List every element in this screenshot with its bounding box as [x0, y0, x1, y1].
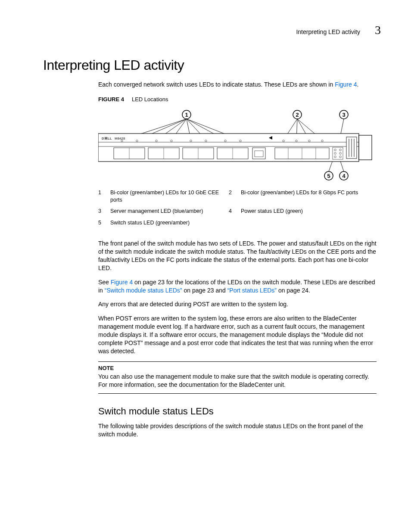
- callout-1: 1: [185, 111, 188, 118]
- svg-point-61: [283, 140, 284, 141]
- section-heading: Switch module status LEDs: [98, 405, 377, 418]
- legend-num: 1: [98, 189, 110, 208]
- device-model: M8428: [115, 137, 125, 140]
- figure-label: FIGURE 4: [98, 96, 124, 103]
- svg-point-51: [334, 156, 336, 158]
- legend-num: 3: [98, 208, 110, 219]
- legend-num: 5: [98, 219, 110, 231]
- callout-3: 3: [342, 111, 345, 118]
- figure-4: 1 2 3 4 5: [98, 108, 377, 183]
- svg-point-52: [339, 156, 342, 158]
- legend-num: 2: [229, 189, 241, 208]
- led-locations-diagram: 1 2 3 4 5: [98, 108, 374, 183]
- intro-text-before: Each converged network switch uses LEDs …: [98, 81, 335, 88]
- legend-text: Power status LED (green): [241, 208, 377, 219]
- intro-text-after: .: [357, 81, 359, 88]
- figure-caption-text: LED Locations: [132, 96, 168, 103]
- legend-text: Server management LED (blue/amber): [110, 208, 229, 219]
- table-row: 1 Bi-color (green/amber) LEDs for 10 GbE…: [98, 189, 377, 208]
- paragraph-2: See Figure 4 on page 23 for the location…: [98, 278, 377, 295]
- legend-text: Bi-color (green/amber) LEDs for 10 GbE C…: [110, 189, 229, 208]
- callout-2: 2: [296, 111, 299, 118]
- running-header: Interpreting LED activity 3: [296, 24, 381, 36]
- svg-rect-34: [359, 135, 372, 160]
- p2-t4: on page 24.: [277, 287, 310, 294]
- svg-point-64: [321, 140, 323, 141]
- note-text: You can also use the management module t…: [98, 373, 377, 389]
- page-title: Interpreting LED activity: [43, 56, 377, 75]
- svg-point-63: [308, 140, 310, 141]
- svg-point-54: [136, 140, 138, 141]
- chapter-number: 3: [375, 24, 381, 36]
- svg-rect-43: [255, 151, 263, 157]
- svg-point-48: [339, 149, 342, 151]
- table-row: 3 Server management LED (blue/amber) 4 P…: [98, 208, 377, 219]
- intro-paragraph: Each converged network switch uses LEDs …: [98, 81, 377, 89]
- svg-point-55: [156, 140, 157, 141]
- figure-caption: FIGURE 4LED Locations: [98, 96, 377, 103]
- table-row: 5 Switch status LED (green/amber): [98, 219, 377, 231]
- body: Each converged network switch uses LEDs …: [98, 81, 377, 438]
- legend-text: Switch status LED (green/amber): [110, 219, 229, 231]
- svg-point-53: [121, 140, 123, 141]
- svg-text:D⌘LL: D⌘LL: [102, 137, 112, 140]
- svg-point-57: [190, 140, 192, 141]
- port-status-leds-link[interactable]: “Port status LEDs”: [227, 287, 277, 294]
- switch-module-status-leds-link[interactable]: “Switch module status LEDs”: [105, 287, 182, 294]
- p2-t3: on page 23 and: [182, 287, 227, 294]
- running-title: Interpreting LED activity: [296, 28, 360, 36]
- svg-point-47: [334, 149, 336, 151]
- figure-legend: 1 Bi-color (green/amber) LEDs for 10 GbE…: [98, 189, 377, 231]
- legend-text: Bi-color (green/amber) LEDs for 8 Gbps F…: [241, 189, 377, 208]
- svg-point-56: [171, 140, 172, 141]
- p2-t1: See: [98, 279, 111, 286]
- note-heading: NOTE: [98, 364, 377, 372]
- legend-num: 4: [229, 208, 241, 219]
- paragraph-5: The following table provides description…: [98, 422, 377, 439]
- note-block: NOTE You can also use the management mod…: [98, 361, 377, 394]
- svg-point-58: [205, 140, 207, 141]
- paragraph-3: Any errors that are detected during POST…: [98, 300, 377, 308]
- figure-4-link[interactable]: Figure 4: [111, 279, 133, 286]
- svg-point-50: [339, 152, 342, 154]
- callout-5: 5: [327, 172, 330, 179]
- svg-point-49: [334, 152, 336, 154]
- callout-4: 4: [342, 172, 346, 179]
- figure-link[interactable]: Figure 4: [335, 81, 357, 88]
- paragraph-1: The front panel of the switch module has…: [98, 240, 377, 272]
- page: Interpreting LED activity 3 Interpreting…: [0, 0, 411, 532]
- svg-point-60: [240, 140, 241, 141]
- paragraph-4: When POST errors are written to the syst…: [98, 314, 377, 355]
- svg-point-59: [224, 140, 226, 141]
- svg-point-62: [296, 140, 297, 141]
